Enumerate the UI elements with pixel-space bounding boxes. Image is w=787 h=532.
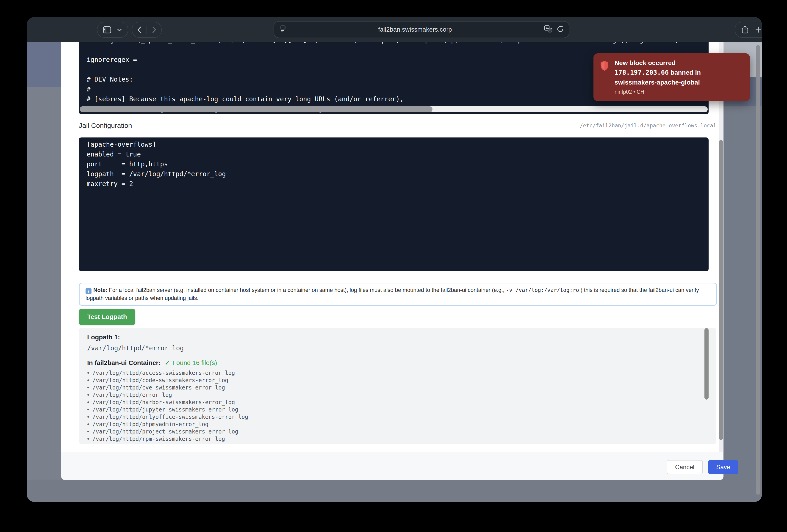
toast-title: New block occurred (615, 59, 743, 68)
new-block-toast[interactable]: New block occurred 178.197.203.66 banned… (593, 53, 750, 101)
forward-button-icon[interactable] (152, 26, 156, 34)
address-bar[interactable]: fail2ban.swissmakers.corp A 文 (274, 21, 569, 38)
jail-config-editor[interactable]: [apache-overflows]enabled = trueport = h… (79, 137, 708, 271)
note-label: Note: (93, 287, 107, 293)
url-text[interactable]: fail2ban.swissmakers.corp (286, 26, 544, 33)
toast-body: New block occurred 178.197.203.66 banned… (615, 59, 743, 96)
modal-scrollbar-thumb[interactable] (719, 140, 723, 440)
divider (147, 26, 147, 34)
found-file-item: /var/log/httpd/rpm-swissmakers-error_log (87, 435, 708, 442)
found-file-item: /var/log/httpd/error_log (87, 391, 708, 398)
window-actions-group (735, 22, 762, 38)
edit-jail-modal: failregex = %(_apache_error_client)s (?:… (61, 42, 723, 480)
dimmed-page-region (27, 42, 61, 87)
share-icon[interactable] (742, 26, 748, 34)
translate-icon[interactable]: A 文 (544, 25, 553, 34)
code-line: failregex = %(_apache_error_client)s (?:… (87, 42, 708, 45)
svg-text:A: A (546, 26, 548, 30)
found-files-count: Found 16 file(s) (172, 359, 217, 367)
logpath-test-results: Logpath 1: /var/log/httpd/*error_log In … (79, 328, 716, 444)
found-files-list: /var/log/httpd/access-swissmakers-error_… (87, 369, 708, 444)
note-code: -v /var/log:/var/log:ro (506, 287, 579, 293)
code-line: port = http,https (87, 159, 708, 169)
back-button-icon[interactable] (137, 26, 142, 34)
info-icon: i (86, 288, 91, 294)
shield-icon (600, 60, 609, 72)
container-label: In fail2ban-ui Container: (87, 359, 161, 367)
chevron-down-icon[interactable] (117, 28, 122, 31)
dimmed-page-region (27, 87, 61, 502)
browser-titlebar: fail2ban.swissmakers.corp A 文 (27, 17, 762, 42)
logpath-note: iNote: For a local fail2ban server (e.g.… (79, 283, 717, 306)
new-tab-icon[interactable] (755, 26, 762, 33)
editor-horizontal-scrollbar[interactable] (80, 106, 708, 112)
sidebar-toggle-icon[interactable] (103, 26, 111, 34)
svg-text:文: 文 (549, 29, 552, 32)
found-file-item: /var/log/httpd/onlyoffice-swissmakers-er… (87, 413, 708, 420)
browser-scrollbar-thumb[interactable] (756, 45, 760, 495)
save-button[interactable]: Save (708, 460, 738, 474)
cancel-button[interactable]: Cancel (666, 460, 703, 474)
container-found-row: In fail2ban-ui Container:✓Found 16 file(… (87, 359, 708, 367)
dimmed-page-region: 120.79.214.137 Unban (27, 480, 762, 502)
safari-window: fail2ban.swissmakers.corp A 文 (27, 17, 762, 502)
jail-file-path: /etc/fail2ban/jail.d/apache-overflows.lo… (580, 123, 716, 129)
modal-footer: Cancel Save (61, 452, 723, 480)
toast-message: 178.197.203.66 banned in swissmakers-apa… (615, 68, 743, 87)
jail-configuration-header: Jail Configuration /etc/fail2ban/jail.d/… (79, 120, 716, 131)
test-logpath-button[interactable]: Test Logpath (79, 309, 135, 325)
code-line: enabled = true (87, 149, 708, 159)
reader-view-icon[interactable] (280, 25, 286, 34)
jail-configuration-label: Jail Configuration (79, 121, 132, 130)
found-file-item: /var/log/httpd/access-swissmakers-error_… (87, 369, 708, 376)
jail-editor-lines: [apache-overflows]enabled = trueport = h… (79, 137, 708, 189)
logpath-result-label: Logpath 1: (87, 334, 708, 341)
logpath-result-value: /var/log/httpd/*error_log (87, 345, 708, 352)
code-line: [apache-overflows] (87, 139, 708, 149)
editor-horizontal-scrollbar-thumb[interactable] (80, 106, 432, 112)
found-file-item: /var/log/httpd/project-swissmakers-error… (87, 428, 708, 435)
found-file-item: /var/log/httpd/ticket-swissmakers-error_… (87, 442, 708, 444)
note-text-1: For a local fail2ban server (e.g. instal… (107, 287, 506, 293)
banned-ip: 178.197.203.66 (615, 69, 669, 76)
code-line: maxretry = 2 (87, 179, 708, 189)
code-line: logpath = /var/log/httpd/*error_log (87, 169, 708, 179)
sidebar-button-group (97, 22, 128, 38)
screenshot-root: fail2ban.swissmakers.corp A 文 (0, 0, 787, 532)
found-file-item: /var/log/httpd/code-swissmakers-error_lo… (87, 376, 708, 384)
reload-icon[interactable] (556, 25, 564, 34)
toast-meta: rlinfp02 • CH (615, 87, 743, 96)
found-file-item: /var/log/httpd/harbor-swissmakers-error_… (87, 398, 708, 406)
found-file-item: /var/log/httpd/jupyter-swissmakers-error… (87, 406, 708, 413)
found-file-item: /var/log/httpd/cve-swissmakers-error_log (87, 384, 708, 391)
check-icon: ✓ (165, 359, 170, 367)
found-file-item: /var/log/httpd/phpmyadmin-error_log (87, 420, 708, 428)
history-nav-group (132, 22, 162, 38)
results-scrollbar-thumb[interactable] (704, 328, 708, 400)
